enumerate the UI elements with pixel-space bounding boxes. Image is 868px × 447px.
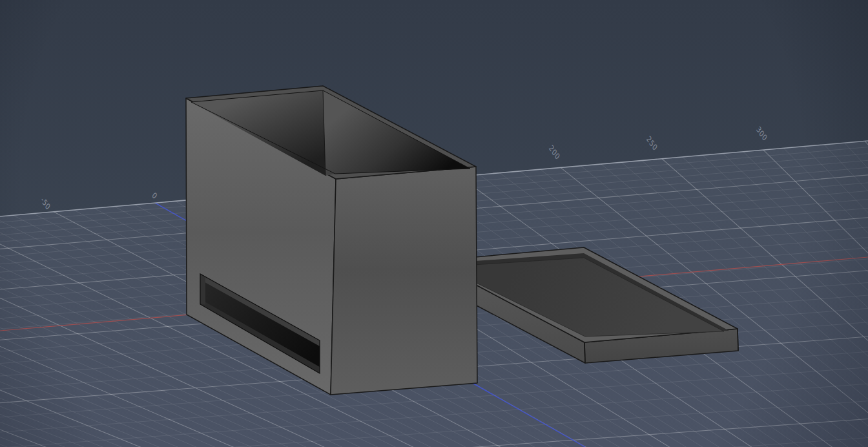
cad-viewport[interactable]: -50 0 200 250 300: [0, 0, 868, 447]
tray-right-corner-edge: [738, 329, 738, 351]
slot-left-inner-face: [200, 274, 205, 305]
tray-front-corner-edge: [584, 342, 585, 363]
box-right-face[interactable]: [331, 167, 477, 395]
viewport-canvas[interactable]: -50 0 200 250 300: [0, 0, 868, 447]
